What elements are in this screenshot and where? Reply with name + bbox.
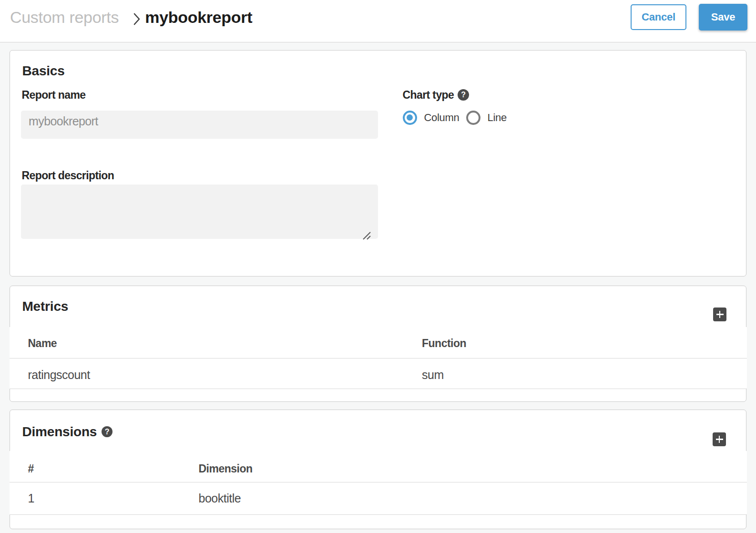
dimensions-help-icon[interactable]: ? — [102, 426, 112, 437]
chart-type-label: Chart type — [403, 88, 454, 102]
metrics-table: Name Function ratingscount sum — [10, 327, 747, 389]
dimension-name-cell: booktitle — [199, 482, 747, 505]
metric-function-cell: sum — [422, 359, 747, 382]
report-name-label: Report name — [21, 88, 378, 102]
basics-section: Basics Report name Report description Ch… — [10, 50, 746, 277]
dimension-index-cell: 1 — [10, 482, 199, 505]
metrics-col-name: Name — [10, 327, 422, 350]
breadcrumb-parent[interactable]: Custom reports — [10, 8, 119, 27]
dimensions-col-index: # — [10, 451, 199, 475]
chevron-right-icon — [133, 13, 141, 25]
add-metric-button plus-icon[interactable] — [713, 308, 726, 321]
metrics-table-row[interactable]: ratingscount sum — [10, 359, 747, 389]
metrics-title: Metrics — [22, 300, 69, 313]
dimensions-col-dimension: Dimension — [199, 451, 747, 475]
cancel-button[interactable]: Cancel — [631, 4, 686, 30]
chart-type-radio-line[interactable] — [466, 111, 480, 125]
chart-type-option-label[interactable]: Line — [488, 112, 507, 124]
metrics-table-header: Name Function — [10, 327, 747, 359]
dimensions-title: Dimensions — [22, 425, 97, 439]
chart-type-option-label[interactable]: Column — [424, 112, 460, 124]
metrics-col-function: Function — [422, 327, 747, 350]
report-description-label: Report description — [21, 169, 378, 182]
top-bar: Custom reports mybookreport Cancel Save — [0, 0, 756, 42]
dimensions-section: Dimensions ? # Dimension 1 booktitle — [10, 410, 746, 529]
metrics-section: Metrics Name Function ratingscount sum — [10, 286, 746, 402]
dimensions-table-row[interactable]: 1 booktitle — [10, 482, 747, 515]
report-description-textarea[interactable] — [21, 184, 378, 239]
chart-type-help-icon[interactable]: ? — [458, 89, 469, 101]
report-name-input[interactable] — [21, 111, 378, 139]
add-dimension-button plus-icon[interactable] — [713, 432, 726, 446]
metric-name-cell: ratingscount — [10, 359, 422, 382]
breadcrumb-current: mybookreport — [145, 8, 252, 27]
dimensions-table: # Dimension 1 booktitle — [10, 451, 747, 515]
basics-title: Basics — [10, 51, 746, 78]
dimensions-table-header: # Dimension — [10, 451, 747, 483]
chart-type-radio-column[interactable] — [403, 111, 417, 125]
save-button[interactable]: Save — [699, 4, 747, 31]
report-editor: Basics Report name Report description Ch… — [0, 42, 756, 530]
resize-grip-icon[interactable] — [362, 230, 371, 240]
